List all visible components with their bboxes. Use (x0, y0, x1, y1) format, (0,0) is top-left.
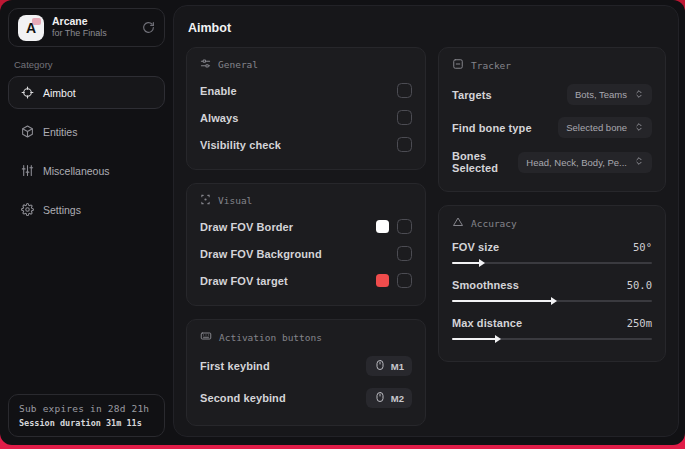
setting-row-find-bone-type: Find bone type Selected bone (452, 111, 652, 144)
sidebar-item-label: Miscellaneous (43, 165, 110, 177)
card-title: Activation buttons (219, 332, 322, 343)
keybind-button-second[interactable]: M2 (366, 388, 412, 408)
page-title: Aimbot (188, 21, 666, 35)
setting-row-smoothness: Smoothness 50.0 (452, 274, 652, 312)
card-accuracy: Accuracy FOV size 50° (438, 205, 666, 362)
setting-row-first-keybind: First keybind M1 (200, 350, 412, 382)
checkbox-always[interactable] (397, 110, 412, 125)
setting-row-max-distance: Max distance 250m (452, 312, 652, 350)
setting-row-draw-fov-target: Draw FOV target (200, 267, 412, 294)
slider-thumb[interactable] (495, 335, 501, 343)
card-visual: Visual Draw FOV Border Draw FOV Backgrou… (186, 183, 426, 306)
keybind-button-first[interactable]: M1 (366, 356, 412, 376)
dropdown-bones-selected[interactable]: Head, Neck, Body, Pe... (518, 152, 652, 173)
setting-row-fov-size: FOV size 50° (452, 236, 652, 274)
sidebar-item-label: Aimbot (43, 87, 76, 99)
setting-row-bones-selected: Bones Selected Head, Neck, Body, Pe... (452, 144, 652, 180)
triangle-icon (452, 216, 464, 230)
color-swatch-fov-target[interactable] (376, 274, 389, 287)
smoothness-value: 50.0 (627, 279, 652, 291)
sidebar-item-entities[interactable]: Entities (8, 115, 165, 148)
card-title: Visual (218, 195, 252, 206)
focus-icon (200, 194, 211, 207)
setting-row-targets: Targets Bots, Teams (452, 78, 652, 111)
sliders-icon (200, 58, 211, 71)
setting-row-draw-fov-border: Draw FOV Border (200, 213, 412, 240)
sidebar-nav: Aimbot Entities Miscellaneous (0, 76, 173, 226)
app-subtitle: for The Finals (52, 28, 107, 39)
checkbox-draw-fov-border[interactable] (397, 219, 412, 234)
mouse-icon (374, 391, 386, 405)
chevron-up-down-icon (634, 122, 644, 134)
card-activation-buttons: Activation buttons First keybind M1 (186, 319, 426, 426)
max-distance-value: 250m (627, 317, 652, 329)
setting-row-second-keybind: Second keybind M2 (200, 382, 412, 414)
box-minus-icon (452, 58, 464, 72)
slider-thumb[interactable] (551, 297, 557, 305)
checkbox-enable[interactable] (397, 83, 412, 98)
checkbox-visibility-check[interactable] (397, 137, 412, 152)
keyboard-icon (200, 330, 212, 344)
refresh-icon[interactable] (142, 21, 155, 34)
session-duration-text: Session duration 31m 11s (19, 418, 154, 428)
card-title: Tracker (471, 60, 511, 71)
setting-row-visibility-check: Visibility check (200, 131, 412, 158)
sidebar-item-label: Settings (43, 204, 81, 216)
card-general: General Enable Always Visibility check (186, 47, 426, 170)
fov-size-value: 50° (633, 241, 652, 253)
sidebar: A Arcane for The Finals Category Aimbot (0, 0, 173, 445)
fov-size-slider[interactable] (452, 262, 652, 264)
app-logo: A (18, 15, 44, 41)
sidebar-item-miscellaneous[interactable]: Miscellaneous (8, 154, 165, 187)
card-title: Accuracy (471, 218, 517, 229)
card-title: General (218, 59, 258, 70)
chevron-up-down-icon (634, 89, 644, 101)
gear-icon (21, 203, 34, 216)
card-tracker: Tracker Targets Bots, Teams (438, 47, 666, 192)
dropdown-find-bone-type[interactable]: Selected bone (558, 117, 652, 138)
vertical-sliders-icon (21, 164, 34, 177)
main-panel: Aimbot General Enable (173, 5, 679, 437)
chevron-up-down-icon (634, 156, 644, 168)
cube-icon (21, 125, 34, 138)
setting-row-always: Always (200, 104, 412, 131)
checkbox-draw-fov-background[interactable] (397, 246, 412, 261)
category-label: Category (14, 59, 159, 70)
sub-expires-text: Sub expires in 28d 21h (19, 403, 154, 414)
subscription-info: Sub expires in 28d 21h Session duration … (8, 394, 165, 437)
checkbox-draw-fov-target[interactable] (397, 273, 412, 288)
sidebar-item-aimbot[interactable]: Aimbot (8, 76, 165, 109)
max-distance-slider[interactable] (452, 338, 652, 340)
mouse-icon (374, 359, 386, 373)
app-window: A Arcane for The Finals Category Aimbot (0, 0, 685, 445)
sidebar-item-settings[interactable]: Settings (8, 193, 165, 226)
setting-row-draw-fov-background: Draw FOV Background (200, 240, 412, 267)
crosshair-icon (21, 86, 34, 99)
app-logo-card: A Arcane for The Finals (8, 8, 165, 47)
dropdown-targets[interactable]: Bots, Teams (567, 84, 652, 105)
smoothness-slider[interactable] (452, 300, 652, 302)
sidebar-item-label: Entities (43, 126, 77, 138)
setting-row-enable: Enable (200, 77, 412, 104)
app-name: Arcane (52, 15, 107, 28)
color-swatch-fov-border[interactable] (376, 220, 389, 233)
app-title-block: Arcane for The Finals (52, 15, 107, 39)
slider-thumb[interactable] (479, 259, 485, 267)
